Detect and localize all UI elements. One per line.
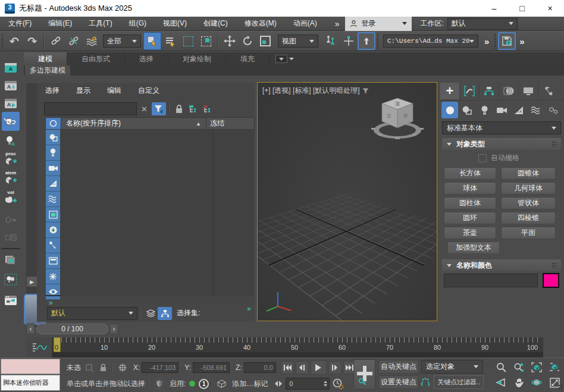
- render-setup-icon[interactable]: [2, 112, 20, 131]
- scene-explorer-toggle-icon[interactable]: A: [2, 59, 20, 76]
- geosphere-button[interactable]: 几何球体: [501, 182, 556, 195]
- show-helpers-icon[interactable]: [46, 176, 60, 192]
- name-column-header[interactable]: 名称(按升序排序) ▲: [61, 118, 206, 129]
- search-filter-button[interactable]: [152, 102, 166, 115]
- viewport-label-text[interactable]: [+] [透视] [标准] [默认明暗处理]: [262, 86, 360, 96]
- toolbar-grip[interactable]: [1, 33, 4, 49]
- animation-explorer-icon[interactable]: A: [2, 95, 20, 112]
- time-configuration-icon[interactable]: [333, 378, 344, 390]
- window-crossing-toggle-button[interactable]: [197, 32, 215, 50]
- x-coordinate-field[interactable]: -417.103: [142, 362, 178, 373]
- track-bar[interactable]: [52, 352, 543, 357]
- panel-resize-grip[interactable]: [558, 384, 563, 390]
- viewcube-top-label[interactable]: 顶: [394, 101, 400, 106]
- box-button[interactable]: 长方体: [444, 167, 496, 180]
- primitive-category-dropdown[interactable]: 标准基本体: [442, 121, 561, 134]
- tab-utilities[interactable]: [538, 83, 557, 99]
- category-lights[interactable]: [476, 102, 493, 118]
- category-systems[interactable]: [545, 102, 562, 118]
- minimize-button[interactable]: –: [480, 0, 508, 17]
- ribbon-tab-object-paint[interactable]: 对象绘制: [168, 52, 226, 65]
- zoom-extents-all-icon[interactable]: [547, 360, 562, 374]
- select-object-button[interactable]: [143, 32, 161, 50]
- ribbon-tab-populate[interactable]: 填充: [226, 52, 270, 65]
- object-type-rollout-header[interactable]: 对象类型: [442, 138, 561, 150]
- show-groups-icon[interactable]: [46, 207, 60, 222]
- bind-to-spacewarp-button[interactable]: [83, 32, 101, 50]
- expand-all-icon[interactable]: [186, 102, 200, 115]
- viewcube-left-label[interactable]: 左: [387, 113, 391, 118]
- active-layer-dropdown[interactable]: 默认: [47, 307, 137, 320]
- show-xrefs-icon[interactable]: [46, 222, 60, 238]
- maxscript-listener-output[interactable]: [1, 359, 60, 374]
- autogrid-checkbox[interactable]: [478, 154, 487, 162]
- tab-motion[interactable]: [499, 83, 519, 99]
- pyramid-button[interactable]: 四棱锥: [501, 212, 556, 224]
- name-color-rollout-header[interactable]: 名称和颜色: [442, 259, 561, 271]
- explorer-menu-edit[interactable]: 编辑: [99, 86, 130, 99]
- toolbar-overflow-chevron-2[interactable]: »: [516, 36, 528, 46]
- key-filters-button[interactable]: 关键点过滤器..: [434, 375, 484, 389]
- sign-in-button[interactable]: 登录: [345, 17, 412, 31]
- maxscript-listener-input[interactable]: 脚本迷你侦听器: [1, 375, 60, 391]
- show-geometry-icon[interactable]: [46, 130, 60, 145]
- next-frame-button[interactable]: ›: [109, 324, 118, 334]
- menu-overflow-chevron[interactable]: »: [329, 19, 346, 29]
- render-presets-icon[interactable]: [2, 252, 20, 268]
- go-to-start-button[interactable]: [281, 361, 294, 374]
- vol-create-icon[interactable]: vol: [2, 189, 20, 205]
- show-lights-icon[interactable]: [46, 145, 60, 161]
- category-helpers[interactable]: [510, 102, 527, 118]
- autosave-button[interactable]: [498, 32, 516, 50]
- lock-explorer-icon[interactable]: [172, 102, 186, 115]
- show-bones-icon[interactable]: [46, 238, 60, 253]
- undo-button[interactable]: ↶: [5, 32, 23, 50]
- menu-edit[interactable]: 编辑(E): [40, 17, 80, 31]
- layer-list-icon[interactable]: [143, 307, 158, 320]
- set-keys-button[interactable]: [353, 359, 375, 390]
- menu-modifiers[interactable]: 修改器(M): [236, 17, 285, 31]
- zoom-icon[interactable]: [494, 360, 508, 374]
- ribbon-tab-modeling[interactable]: 建模: [24, 52, 67, 65]
- y-coordinate-field[interactable]: -508.691: [193, 362, 230, 373]
- tab-display[interactable]: [519, 83, 538, 99]
- torus-button[interactable]: 圆环: [444, 212, 496, 224]
- autogrid-checkbox-row[interactable]: 自动栅格: [478, 153, 519, 163]
- time-slider-ruler[interactable]: 0 10 20 30 40 50 60 70 80 90 100: [52, 337, 543, 352]
- selection-filter-dropdown[interactable]: 全部: [103, 35, 141, 48]
- proc-create-icon[interactable]: proc: [2, 150, 20, 167]
- next-frame-key-button[interactable]: [328, 361, 341, 374]
- clear-search-icon[interactable]: ✕: [137, 105, 152, 114]
- light-explorer-icon[interactable]: A: [2, 133, 20, 149]
- redo-button[interactable]: ↷: [23, 32, 41, 50]
- select-link-button[interactable]: [47, 32, 65, 50]
- adaptive-degradation-icon[interactable]: [154, 378, 165, 389]
- category-cameras[interactable]: [493, 102, 510, 118]
- set-key-button[interactable]: 设置关键点: [378, 375, 419, 389]
- menu-views[interactable]: 视图(V): [155, 17, 195, 31]
- perspective-viewport[interactable]: [+] [透视] [标准] [默认明暗处理] 顶 左 前: [257, 82, 437, 321]
- tab-create[interactable]: +: [440, 83, 460, 99]
- category-shapes[interactable]: [459, 102, 475, 118]
- explorer-object-list[interactable]: [60, 130, 255, 296]
- collapse-all-icon[interactable]: [200, 102, 215, 115]
- menu-animation[interactable]: 动画(A): [285, 17, 325, 31]
- viewport-filter-icon[interactable]: [362, 88, 369, 94]
- explorer-menu-customize[interactable]: 自定义: [130, 86, 168, 99]
- category-spacewarps[interactable]: [528, 102, 544, 118]
- sphere-button[interactable]: 球体: [444, 182, 496, 195]
- rectangular-selection-region-button[interactable]: [179, 32, 197, 50]
- viewcube-front-label[interactable]: 前: [403, 113, 408, 118]
- time-tag-cube-icon[interactable]: [217, 380, 226, 388]
- absolute-mode-icon[interactable]: [118, 363, 127, 372]
- viewport-label[interactable]: [+] [透视] [标准] [默认明暗处理]: [262, 86, 369, 96]
- menu-group[interactable]: 组(G): [121, 17, 155, 31]
- frame-indicator[interactable]: 0 / 100: [36, 324, 108, 334]
- material-editor-icon[interactable]: [2, 292, 20, 309]
- explorer-menu-select[interactable]: 选择: [37, 86, 68, 99]
- show-frozen-icon[interactable]: [46, 269, 60, 284]
- show-hidden-icon[interactable]: [46, 284, 60, 300]
- teapot-button[interactable]: 茶壶: [444, 227, 496, 239]
- orbit-icon[interactable]: [529, 376, 544, 389]
- add-time-tag[interactable]: 添加…标记: [232, 379, 268, 389]
